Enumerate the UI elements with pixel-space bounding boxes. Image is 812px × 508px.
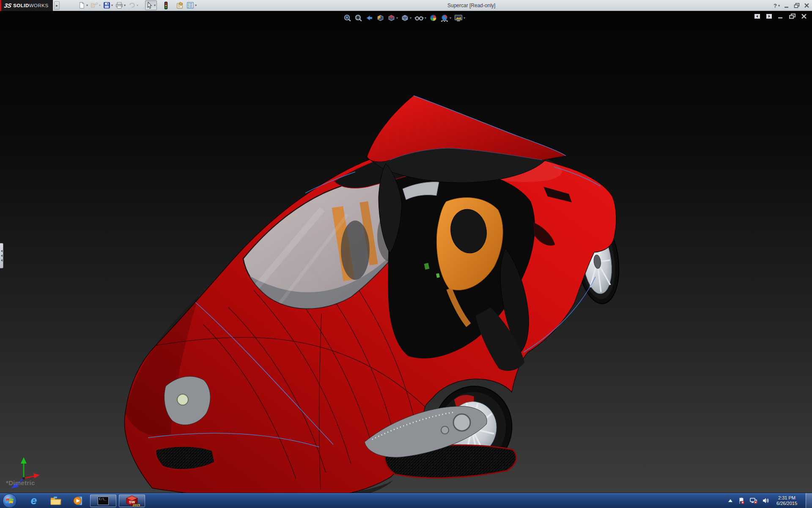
open-document-button[interactable]: ▾ [90, 1, 102, 10]
action-center-icon[interactable] [738, 497, 745, 504]
windows-flag-icon [5, 497, 14, 505]
taskbar: e C:\_ [0, 493, 812, 508]
design-binder-icon [176, 2, 184, 9]
clock-date: 6/26/2015 [776, 501, 797, 506]
dropdown-arrow[interactable]: ▾ [450, 16, 451, 20]
show-desktop-button[interactable] [806, 493, 812, 508]
doc-minimize-button[interactable] [778, 14, 784, 19]
minimize-button[interactable] [784, 3, 790, 8]
save-button[interactable]: ▾ [102, 1, 114, 10]
folder-icon [50, 496, 62, 506]
section-view-button[interactable] [376, 14, 384, 22]
dropdown-arrow[interactable]: ▾ [464, 16, 465, 20]
close-button[interactable] [804, 3, 809, 8]
view-settings-button[interactable]: ▾ [454, 14, 465, 22]
main-toolbar: ▾ ▾ ▾ [72, 0, 198, 10]
dropdown-arrow[interactable]: ▾ [86, 3, 88, 7]
zoom-to-area-icon [354, 14, 362, 22]
help-glyph: ? [774, 3, 777, 9]
dropdown-arrow[interactable]: ▾ [778, 4, 780, 8]
print-icon [115, 2, 123, 9]
cockpit [388, 171, 535, 371]
options-icon [187, 2, 194, 9]
titlebar: 3S SOLIDWORKS ▸ ▾ ▾ [0, 0, 812, 11]
display-style-button[interactable]: ▾ [401, 14, 411, 22]
section-view-icon [376, 14, 384, 22]
taskbar-solidworks[interactable]: SW 2015 [119, 494, 145, 507]
view-orientation-label: *Dimetric [6, 479, 35, 486]
view-orientation-icon [387, 14, 395, 22]
design-binder-button[interactable] [175, 1, 185, 10]
taskbar-media-player[interactable] [67, 493, 89, 508]
feature-panel-collapse-tab[interactable] [0, 243, 3, 268]
dropdown-arrow[interactable]: ▾ [99, 3, 101, 7]
view-settings-icon [454, 14, 463, 22]
taskbar-windows-explorer[interactable] [45, 493, 67, 508]
brand-accent-strip [0, 0, 1, 11]
zoom-to-fit-button[interactable] [343, 14, 351, 22]
brand-name: SOLIDWORKS [13, 3, 49, 8]
zoom-to-area-button[interactable] [354, 14, 362, 22]
tile-left-button[interactable] [754, 14, 760, 19]
dropdown-arrow[interactable]: ▾ [410, 16, 411, 20]
restore-button[interactable] [794, 3, 800, 8]
new-document-button[interactable]: ▾ [77, 1, 89, 10]
select-tool-button[interactable]: ▾ [145, 0, 157, 10]
headsup-toolbar: ▾ ▾ ▾ [343, 12, 465, 23]
doc-restore-button[interactable] [789, 14, 796, 19]
display-style-icon [401, 14, 409, 22]
appearance-ball-icon [429, 14, 437, 22]
ds-logo-glyph: 3S [3, 2, 12, 9]
desktop: 3S SOLIDWORKS ▸ ▾ ▾ [0, 0, 812, 508]
network-error-icon[interactable] [750, 497, 757, 504]
eyeglasses-icon [414, 14, 424, 22]
supercar-model[interactable] [0, 11, 812, 493]
dropdown-arrow[interactable]: ▾ [124, 3, 126, 7]
dropdown-arrow[interactable]: ▾ [111, 3, 113, 7]
apply-scene-icon [440, 14, 449, 22]
brand-light: WORKS [29, 3, 49, 8]
media-player-icon [72, 495, 83, 506]
dropdown-arrow[interactable]: ▾ [154, 3, 156, 7]
open-document-icon [91, 2, 98, 9]
doc-close-button[interactable] [801, 14, 807, 19]
dropdown-arrow[interactable]: ▾ [137, 3, 138, 7]
system-tray: 2:31 PM 6/26/2015 [728, 493, 812, 508]
zoom-to-fit-icon [343, 14, 351, 22]
undo-icon [128, 2, 136, 9]
dropdown-arrow[interactable]: ▾ [396, 16, 398, 20]
collapse-arrow-icon [1, 250, 3, 252]
collapse-arrow-icon [1, 259, 3, 262]
menu-expand-button[interactable]: ▸ [54, 1, 60, 10]
options-button[interactable]: ▾ [186, 1, 198, 10]
new-document-icon [78, 2, 85, 9]
taskbar-internet-explorer[interactable]: e [23, 493, 45, 508]
help-button[interactable]: ?▾ [774, 3, 780, 9]
view-orientation-button[interactable]: ▾ [387, 14, 398, 22]
collapse-arrow-icon [1, 254, 3, 257]
undo-button[interactable]: ▾ [127, 1, 139, 10]
solidworks-logo: 3S SOLIDWORKS [0, 0, 53, 11]
hide-show-items-button[interactable]: ▾ [414, 14, 426, 22]
previous-view-button[interactable] [365, 14, 373, 22]
taskbar-clock[interactable]: 2:31 PM 6/26/2015 [776, 495, 797, 506]
solidworks-year-label: 2015 [132, 503, 140, 507]
save-icon [103, 2, 110, 9]
apply-scene-button[interactable]: ▾ [440, 14, 451, 22]
graphics-viewport[interactable]: ▾ ▾ ▾ [0, 11, 812, 493]
stoplight-button[interactable] [163, 1, 169, 10]
volume-icon[interactable] [763, 497, 770, 504]
show-hidden-icons-button[interactable] [728, 499, 733, 503]
document-window-controls [754, 14, 807, 19]
tile-right-button[interactable] [766, 14, 772, 19]
stoplight-icon [164, 2, 168, 9]
dropdown-arrow[interactable]: ▾ [425, 16, 426, 20]
start-button[interactable] [3, 494, 17, 508]
taskbar-command-prompt[interactable]: C:\_ [90, 494, 116, 507]
edit-appearance-button[interactable] [429, 14, 437, 22]
print-button[interactable]: ▾ [115, 1, 126, 10]
window-title: Supercar [Read-only] [447, 0, 495, 11]
dropdown-arrow[interactable]: ▾ [195, 3, 197, 7]
clock-time: 2:31 PM [776, 495, 797, 501]
internet-explorer-icon: e [31, 494, 37, 507]
